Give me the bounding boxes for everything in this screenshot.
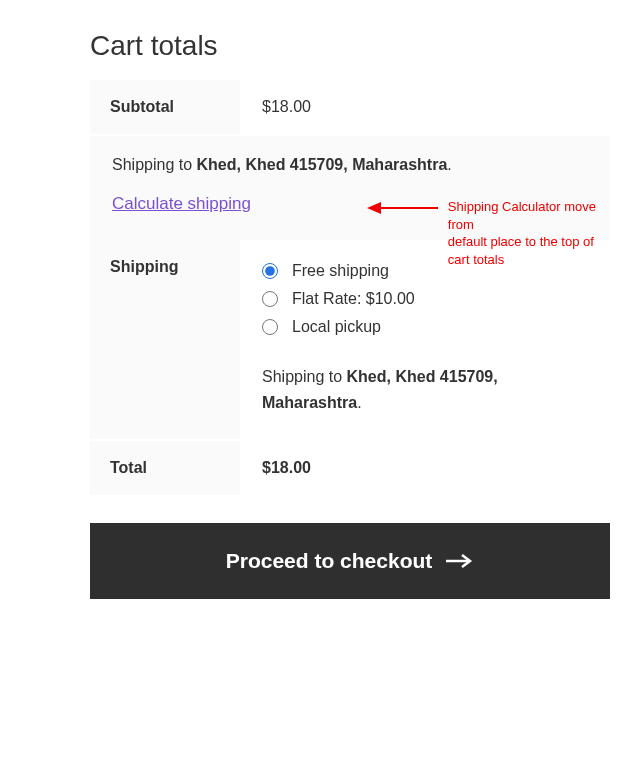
- shipping-radio-free[interactable]: [262, 263, 278, 279]
- shipping-dest-prefix: Shipping to: [262, 368, 347, 385]
- proceed-to-checkout-button[interactable]: Proceed to checkout: [90, 523, 610, 599]
- subtotal-label: Subtotal: [90, 80, 240, 134]
- svg-marker-1: [367, 202, 381, 214]
- annotation-line1: Shipping Calculator move from: [448, 199, 596, 232]
- subtotal-value: $18.00: [240, 80, 610, 134]
- shipping-destination: Khed, Khed 415709, Maharashtra: [197, 156, 448, 173]
- shipping-dest-suffix: .: [357, 394, 361, 411]
- shipping-radio-flat[interactable]: [262, 291, 278, 307]
- shipping-option-free[interactable]: Free shipping: [262, 262, 590, 280]
- arrow-annotation-icon: [367, 198, 438, 218]
- shipping-destination-repeat: Shipping to Khed, Khed 415709, Maharasht…: [262, 364, 590, 415]
- cart-totals-heading: Cart totals: [90, 30, 610, 62]
- shipping-option-flat-label: Flat Rate:: [292, 290, 366, 307]
- total-value: $18.00: [240, 441, 610, 495]
- shipping-option-pickup[interactable]: Local pickup: [262, 318, 590, 336]
- shipping-row: Shipping Free shipping Flat Rate: $10.00…: [90, 240, 610, 441]
- shipping-options: Free shipping Flat Rate: $10.00 Local pi…: [240, 240, 610, 439]
- arrow-right-icon: [446, 554, 474, 568]
- calculate-shipping-link[interactable]: Calculate shipping: [112, 194, 251, 213]
- shipping-option-flat[interactable]: Flat Rate: $10.00: [262, 290, 590, 308]
- shipping-to-prefix: Shipping to: [112, 156, 197, 173]
- shipping-option-flat-price: $10.00: [366, 290, 415, 307]
- shipping-option-free-label: Free shipping: [292, 262, 389, 280]
- checkout-button-label: Proceed to checkout: [226, 549, 433, 573]
- shipping-radio-pickup[interactable]: [262, 319, 278, 335]
- shipping-calculator-block: Shipping to Khed, Khed 415709, Maharasht…: [90, 136, 610, 240]
- shipping-label: Shipping: [90, 240, 240, 439]
- total-row: Total $18.00: [90, 441, 610, 497]
- shipping-option-pickup-label: Local pickup: [292, 318, 381, 336]
- subtotal-row: Subtotal $18.00: [90, 80, 610, 136]
- total-label: Total: [90, 441, 240, 495]
- shipping-to-suffix: .: [447, 156, 451, 173]
- shipping-to-text: Shipping to Khed, Khed 415709, Maharasht…: [112, 156, 588, 174]
